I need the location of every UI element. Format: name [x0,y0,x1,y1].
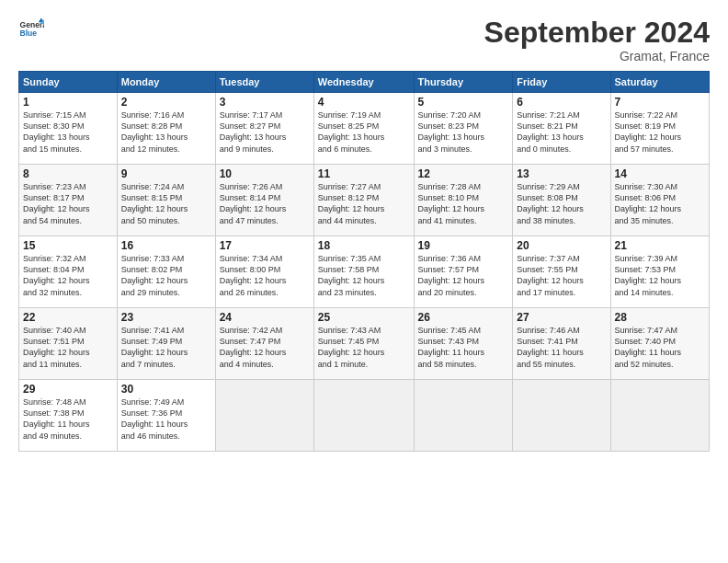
week-row-2: 8Sunrise: 7:23 AM Sunset: 8:17 PM Daylig… [19,165,710,236]
week-row-3: 15Sunrise: 7:32 AM Sunset: 8:04 PM Dayli… [19,236,710,308]
calendar-cell: 9Sunrise: 7:24 AM Sunset: 8:15 PM Daylig… [117,165,215,236]
day-info: Sunrise: 7:43 AM Sunset: 7:45 PM Dayligh… [318,325,410,370]
calendar-cell: 2Sunrise: 7:16 AM Sunset: 8:28 PM Daylig… [117,93,215,165]
day-number: 14 [615,167,705,180]
calendar-cell: 19Sunrise: 7:36 AM Sunset: 7:57 PM Dayli… [414,236,513,308]
calendar-page: General Blue September 2024 Gramat, Fran… [0,0,728,563]
calendar-cell: 4Sunrise: 7:19 AM Sunset: 8:25 PM Daylig… [313,93,414,165]
calendar-cell [215,380,313,452]
day-number: 3 [220,96,310,109]
calendar-cell: 20Sunrise: 7:37 AM Sunset: 7:55 PM Dayli… [513,236,610,308]
calendar-cell: 5Sunrise: 7:20 AM Sunset: 8:23 PM Daylig… [414,93,513,165]
day-info: Sunrise: 7:26 AM Sunset: 8:14 PM Dayligh… [220,181,310,226]
calendar-cell: 13Sunrise: 7:29 AM Sunset: 8:08 PM Dayli… [513,165,610,236]
calendar-cell: 10Sunrise: 7:26 AM Sunset: 8:14 PM Dayli… [215,165,313,236]
col-tuesday: Tuesday [215,72,313,93]
day-info: Sunrise: 7:29 AM Sunset: 8:08 PM Dayligh… [517,181,606,226]
day-info: Sunrise: 7:24 AM Sunset: 8:15 PM Dayligh… [121,181,211,226]
day-number: 5 [418,96,509,109]
day-info: Sunrise: 7:20 AM Sunset: 8:23 PM Dayligh… [418,109,509,155]
calendar-cell: 14Sunrise: 7:30 AM Sunset: 8:06 PM Dayli… [610,165,709,236]
calendar-cell: 29Sunrise: 7:48 AM Sunset: 7:38 PM Dayli… [19,380,118,452]
day-info: Sunrise: 7:47 AM Sunset: 7:40 PM Dayligh… [615,325,705,370]
day-number: 15 [23,239,113,252]
day-info: Sunrise: 7:17 AM Sunset: 8:27 PM Dayligh… [220,109,310,155]
calendar-cell [610,380,709,452]
day-number: 8 [23,167,113,180]
day-info: Sunrise: 7:39 AM Sunset: 7:53 PM Dayligh… [615,253,705,298]
calendar-cell [414,380,513,452]
day-info: Sunrise: 7:21 AM Sunset: 8:21 PM Dayligh… [517,109,606,155]
day-info: Sunrise: 7:35 AM Sunset: 7:58 PM Dayligh… [318,253,410,298]
day-number: 7 [615,96,705,109]
day-info: Sunrise: 7:48 AM Sunset: 7:38 PM Dayligh… [23,396,113,442]
day-number: 30 [121,383,211,396]
day-info: Sunrise: 7:36 AM Sunset: 7:57 PM Dayligh… [418,253,509,298]
day-info: Sunrise: 7:37 AM Sunset: 7:55 PM Dayligh… [517,253,606,298]
day-number: 22 [23,311,113,324]
day-number: 25 [318,311,410,324]
calendar-cell: 8Sunrise: 7:23 AM Sunset: 8:17 PM Daylig… [19,165,118,236]
col-wednesday: Wednesday [313,72,414,93]
week-row-1: 1Sunrise: 7:15 AM Sunset: 8:30 PM Daylig… [19,93,710,165]
calendar-cell: 7Sunrise: 7:22 AM Sunset: 8:19 PM Daylig… [610,93,709,165]
calendar-cell: 30Sunrise: 7:49 AM Sunset: 7:36 PM Dayli… [117,380,215,452]
day-info: Sunrise: 7:30 AM Sunset: 8:06 PM Dayligh… [615,181,705,226]
day-info: Sunrise: 7:19 AM Sunset: 8:25 PM Dayligh… [318,109,410,155]
calendar-cell: 6Sunrise: 7:21 AM Sunset: 8:21 PM Daylig… [513,93,610,165]
day-number: 12 [418,167,509,180]
week-row-5: 29Sunrise: 7:48 AM Sunset: 7:38 PM Dayli… [19,380,710,452]
day-number: 4 [318,96,410,109]
day-info: Sunrise: 7:34 AM Sunset: 8:00 PM Dayligh… [220,253,310,298]
day-info: Sunrise: 7:40 AM Sunset: 7:51 PM Dayligh… [23,325,113,370]
calendar-cell: 16Sunrise: 7:33 AM Sunset: 8:02 PM Dayli… [117,236,215,308]
calendar-cell: 24Sunrise: 7:42 AM Sunset: 7:47 PM Dayli… [215,308,313,380]
calendar-cell: 12Sunrise: 7:28 AM Sunset: 8:10 PM Dayli… [414,165,513,236]
day-number: 9 [121,167,211,180]
day-number: 28 [615,311,705,324]
col-sunday: Sunday [19,72,118,93]
day-info: Sunrise: 7:32 AM Sunset: 8:04 PM Dayligh… [23,253,113,298]
day-info: Sunrise: 7:22 AM Sunset: 8:19 PM Dayligh… [615,109,705,155]
location: Gramat, France [484,49,710,63]
col-thursday: Thursday [414,72,513,93]
col-monday: Monday [117,72,215,93]
day-info: Sunrise: 7:33 AM Sunset: 8:02 PM Dayligh… [121,253,211,298]
day-info: Sunrise: 7:46 AM Sunset: 7:41 PM Dayligh… [517,325,606,370]
logo: General Blue [18,17,44,42]
day-number: 21 [615,239,705,252]
calendar-table: Sunday Monday Tuesday Wednesday Thursday… [18,71,710,452]
svg-text:Blue: Blue [20,29,38,38]
calendar-cell: 22Sunrise: 7:40 AM Sunset: 7:51 PM Dayli… [19,308,118,380]
day-number: 20 [517,239,606,252]
day-info: Sunrise: 7:27 AM Sunset: 8:12 PM Dayligh… [318,181,410,226]
col-saturday: Saturday [610,72,709,93]
calendar-cell [313,380,414,452]
calendar-cell [513,380,610,452]
day-number: 18 [318,239,410,252]
day-number: 2 [121,96,211,109]
calendar-body: 1Sunrise: 7:15 AM Sunset: 8:30 PM Daylig… [19,93,710,452]
day-number: 13 [517,167,606,180]
day-info: Sunrise: 7:42 AM Sunset: 7:47 PM Dayligh… [220,325,310,370]
calendar-cell: 3Sunrise: 7:17 AM Sunset: 8:27 PM Daylig… [215,93,313,165]
day-info: Sunrise: 7:15 AM Sunset: 8:30 PM Dayligh… [23,109,113,155]
day-number: 19 [418,239,509,252]
logo-icon: General Blue [18,17,44,42]
day-number: 27 [517,311,606,324]
day-number: 17 [220,239,310,252]
calendar-cell: 1Sunrise: 7:15 AM Sunset: 8:30 PM Daylig… [19,93,118,165]
day-info: Sunrise: 7:41 AM Sunset: 7:49 PM Dayligh… [121,325,211,370]
day-number: 29 [23,383,113,396]
day-number: 10 [220,167,310,180]
day-info: Sunrise: 7:49 AM Sunset: 7:36 PM Dayligh… [121,396,211,442]
calendar-cell: 27Sunrise: 7:46 AM Sunset: 7:41 PM Dayli… [513,308,610,380]
calendar-cell: 17Sunrise: 7:34 AM Sunset: 8:00 PM Dayli… [215,236,313,308]
calendar-cell: 23Sunrise: 7:41 AM Sunset: 7:49 PM Dayli… [117,308,215,380]
month-title: September 2024 [484,17,710,49]
calendar-cell: 18Sunrise: 7:35 AM Sunset: 7:58 PM Dayli… [313,236,414,308]
calendar-cell: 28Sunrise: 7:47 AM Sunset: 7:40 PM Dayli… [610,308,709,380]
header-row: Sunday Monday Tuesday Wednesday Thursday… [19,72,710,93]
calendar-cell: 15Sunrise: 7:32 AM Sunset: 8:04 PM Dayli… [19,236,118,308]
week-row-4: 22Sunrise: 7:40 AM Sunset: 7:51 PM Dayli… [19,308,710,380]
